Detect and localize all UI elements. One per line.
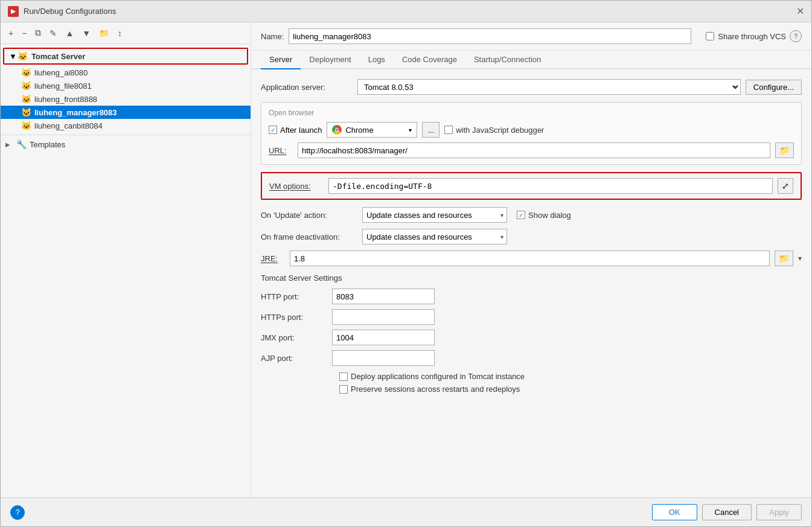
show-dialog-checkbox[interactable]: ✓ bbox=[517, 211, 525, 219]
port-section: HTTP port: HTTPs port: JMX port: AJP por… bbox=[261, 289, 802, 366]
share-checkbox[interactable] bbox=[706, 32, 714, 40]
js-debugger-checkbox[interactable] bbox=[444, 126, 453, 134]
tomcat-server-settings: Tomcat Server Settings HTTP port: HTTPs … bbox=[261, 273, 802, 394]
expand-arrow-tomcat: ▼ bbox=[9, 52, 17, 61]
tab-code-coverage[interactable]: Code Coverage bbox=[394, 51, 465, 69]
browser-ellipsis-button[interactable]: ... bbox=[422, 122, 440, 138]
jmx-port-input[interactable] bbox=[332, 330, 435, 345]
server-label-2: liuheng_file8081 bbox=[34, 81, 92, 91]
share-help-button[interactable]: ? bbox=[790, 30, 802, 42]
sidebar-item-tomcat-server[interactable]: ▼ 🐱 Tomcat Server bbox=[3, 48, 248, 65]
vm-options-section: VM options: ⤢ bbox=[261, 172, 802, 200]
https-port-input[interactable] bbox=[332, 309, 435, 325]
apply-button[interactable]: Apply bbox=[756, 504, 802, 520]
js-debugger-label: with JavaScript debugger bbox=[456, 126, 544, 135]
jre-dropdown-arrow: ▾ bbox=[798, 254, 802, 263]
server-label-4: liuheng_manager8083 bbox=[34, 108, 117, 117]
templates-label: Templates bbox=[30, 140, 65, 149]
on-frame-label: On frame deactivation: bbox=[261, 232, 357, 241]
app-server-row: Application server: Tomcat 8.0.53 Config… bbox=[261, 79, 802, 95]
tab-startup-connection[interactable]: Startup/Connection bbox=[465, 51, 549, 69]
url-input[interactable] bbox=[298, 142, 770, 158]
name-bar: Name: Share through VCS ? bbox=[251, 22, 811, 51]
jre-row: JRE: 📁 ▾ bbox=[261, 251, 802, 266]
configure-button[interactable]: Configure... bbox=[746, 80, 802, 95]
server-icon-4: 🐱 bbox=[20, 107, 32, 117]
app-server-label: Application server: bbox=[261, 83, 357, 92]
after-launch-label: After launch bbox=[280, 126, 322, 135]
bottom-bar: ? OK Cancel Apply bbox=[1, 497, 811, 526]
on-frame-select[interactable]: Update classes and resources bbox=[362, 229, 507, 244]
name-input[interactable] bbox=[289, 28, 691, 44]
server-label-3: liuheng_front8888 bbox=[34, 95, 97, 104]
config-tabs: Server Deployment Logs Code Coverage Sta… bbox=[251, 51, 811, 69]
main-content: + − ⧉ ✎ ▲ ▼ 📁 ↕ ▼ 🐱 Tomcat Server bbox=[1, 22, 811, 497]
copy-config-button[interactable]: ⧉ bbox=[32, 26, 44, 40]
on-update-select-wrap: Update classes and resources bbox=[362, 207, 507, 223]
server-icon-3: 🐱 bbox=[20, 94, 32, 104]
move-down-button[interactable]: ▼ bbox=[79, 27, 94, 40]
ajp-port-input[interactable] bbox=[332, 350, 435, 366]
vm-expand-button[interactable]: ⤢ bbox=[778, 178, 793, 194]
server-icon-2: 🐱 bbox=[20, 81, 32, 91]
browser-dropdown-arrow: ▾ bbox=[409, 127, 412, 133]
sort-button[interactable]: ↕ bbox=[115, 27, 125, 40]
url-folder-button[interactable]: 📁 bbox=[775, 142, 794, 158]
edit-config-button[interactable]: ✎ bbox=[46, 27, 60, 40]
sidebar-divider bbox=[1, 135, 251, 135]
cancel-button[interactable]: Cancel bbox=[702, 504, 752, 520]
open-browser-section: Open browser ✓ After launch Chrome bbox=[261, 102, 802, 165]
sidebar-item-liuheng-file8081[interactable]: 🐱 liuheng_file8081 bbox=[1, 79, 251, 92]
after-launch-checkbox[interactable]: ✓ bbox=[269, 126, 277, 134]
sidebar-item-liuheng-ai8080[interactable]: 🐱 liuheng_ai8080 bbox=[1, 66, 251, 79]
app-server-select[interactable]: Tomcat 8.0.53 bbox=[357, 79, 741, 95]
js-debugger-wrap: with JavaScript debugger bbox=[444, 126, 544, 135]
browser-dropdown[interactable]: Chrome ▾ bbox=[327, 122, 417, 138]
jre-input[interactable] bbox=[290, 251, 770, 266]
vm-options-input[interactable] bbox=[328, 178, 773, 194]
preserve-sessions-label: Preserve sessions across restarts and re… bbox=[351, 385, 520, 394]
help-button[interactable]: ? bbox=[10, 505, 25, 520]
sidebar-item-liuheng-manager8083[interactable]: 🐱 liuheng_manager8083 bbox=[1, 106, 251, 119]
remove-config-button[interactable]: − bbox=[19, 27, 30, 40]
server-tab-content: Application server: Tomcat 8.0.53 Config… bbox=[251, 69, 811, 497]
sidebar-item-templates[interactable]: ▶ 🔧 Templates bbox=[1, 138, 251, 151]
jmx-port-label: JMX port: bbox=[261, 333, 327, 342]
titlebar: ▶ Run/Debug Configurations ✕ bbox=[1, 1, 811, 22]
dialog-title: Run/Debug Configurations bbox=[24, 7, 116, 16]
add-config-button[interactable]: + bbox=[5, 27, 16, 40]
sidebar-tree: ▼ 🐱 Tomcat Server 🐱 liuheng_ai8080 🐱 liu… bbox=[1, 44, 251, 497]
sidebar-toolbar: + − ⧉ ✎ ▲ ▼ 📁 ↕ bbox=[1, 22, 251, 44]
tab-deployment[interactable]: Deployment bbox=[301, 51, 359, 69]
app-server-select-wrap: Tomcat 8.0.53 bbox=[357, 79, 741, 95]
preserve-sessions-checkbox[interactable] bbox=[339, 385, 348, 394]
url-row: URL: 📁 bbox=[269, 142, 794, 158]
sidebar-item-liuheng-canbit8084[interactable]: 🐱 liuheng_canbit8084 bbox=[1, 119, 251, 132]
tab-server[interactable]: Server bbox=[261, 51, 301, 69]
after-launch-checkbox-wrap: ✓ After launch bbox=[269, 126, 322, 135]
browser-row: ✓ After launch Chrome ▾ ... bbox=[269, 122, 794, 138]
on-frame-select-wrap: Update classes and resources bbox=[362, 229, 507, 244]
tomcat-settings-title: Tomcat Server Settings bbox=[261, 273, 802, 283]
vm-options-row: VM options: ⤢ bbox=[269, 178, 793, 194]
open-browser-title: Open browser bbox=[269, 109, 794, 117]
http-port-input[interactable] bbox=[332, 289, 435, 304]
ok-button[interactable]: OK bbox=[652, 504, 697, 520]
sidebar-item-liuheng-front8888[interactable]: 🐱 liuheng_front8888 bbox=[1, 92, 251, 106]
move-up-button[interactable]: ▲ bbox=[62, 27, 77, 40]
wrench-icon: 🔧 bbox=[15, 139, 27, 149]
browser-name-label: Chrome bbox=[345, 126, 373, 135]
ajp-port-label: AJP port: bbox=[261, 354, 327, 363]
deploy-apps-row: Deploy applications configured in Tomcat… bbox=[339, 372, 802, 381]
http-port-label: HTTP port: bbox=[261, 292, 327, 301]
deploy-apps-checkbox[interactable] bbox=[339, 372, 348, 381]
jre-folder-button[interactable]: 📁 bbox=[775, 251, 793, 266]
on-update-select[interactable]: Update classes and resources bbox=[362, 207, 507, 223]
vm-options-label: VM options: bbox=[269, 182, 324, 191]
server-icon-5: 🐱 bbox=[20, 121, 32, 130]
folder-button[interactable]: 📁 bbox=[96, 27, 112, 40]
show-dialog-label: Show dialog bbox=[528, 211, 571, 220]
tab-logs[interactable]: Logs bbox=[360, 51, 394, 69]
tomcat-icon: 🐱 bbox=[17, 51, 29, 61]
close-button[interactable]: ✕ bbox=[796, 5, 804, 17]
